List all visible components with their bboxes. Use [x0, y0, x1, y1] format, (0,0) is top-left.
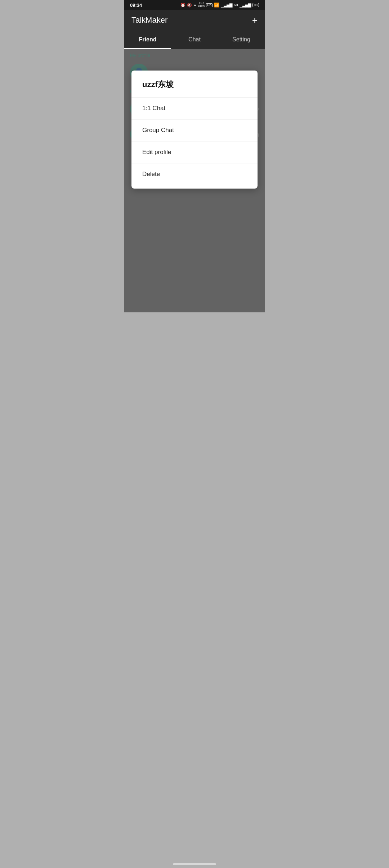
menu-username: uzzf东坡: [131, 78, 258, 97]
alarm-icon: ⏰: [180, 3, 185, 8]
bluetooth-icon: ∗: [193, 3, 197, 8]
wifi-icon: 📶: [214, 3, 219, 8]
status-icons: ⏰ 🔇 ∗ 21.0KB/S HD 📶 ▁▃▅▇ 5G ▁▃▅▇ 98: [180, 2, 259, 8]
signal-icon-1: ▁▃▅▇: [221, 3, 232, 8]
menu-item-1-1-chat[interactable]: 1:1 Chat: [131, 98, 258, 119]
menu-item-group-chat[interactable]: Group Chat: [131, 119, 258, 141]
hd-badge: HD: [206, 3, 213, 7]
5g-label: 5G: [234, 3, 238, 7]
menu-item-edit-profile[interactable]: Edit profile: [131, 141, 258, 163]
status-bar: 09:34 ⏰ 🔇 ∗ 21.0KB/S HD 📶 ▁▃▅▇ 5G ▁▃▅▇ 9…: [124, 0, 265, 10]
tab-chat[interactable]: Chat: [171, 30, 218, 49]
context-menu: uzzf东坡 1:1 Chat Group Chat Edit profile …: [131, 71, 258, 189]
status-time: 09:34: [130, 3, 142, 8]
signal-icon-2: ▁▃▅▇: [240, 3, 251, 8]
app-title: TalkMaker: [131, 15, 167, 25]
menu-item-delete[interactable]: Delete: [131, 163, 258, 185]
main-content: My profile 👤 Set as 'ME' in friends. (Ed…: [124, 49, 265, 312]
app-header: TalkMaker +: [124, 10, 265, 30]
tab-setting[interactable]: Setting: [218, 30, 265, 49]
add-button[interactable]: +: [252, 15, 258, 26]
data-speed: 21.0KB/S: [198, 2, 205, 8]
mute-icon: 🔇: [187, 3, 192, 8]
battery-icon: 98: [252, 3, 259, 7]
tab-bar: Friend Chat Setting: [124, 30, 265, 49]
tab-friend[interactable]: Friend: [124, 30, 171, 49]
